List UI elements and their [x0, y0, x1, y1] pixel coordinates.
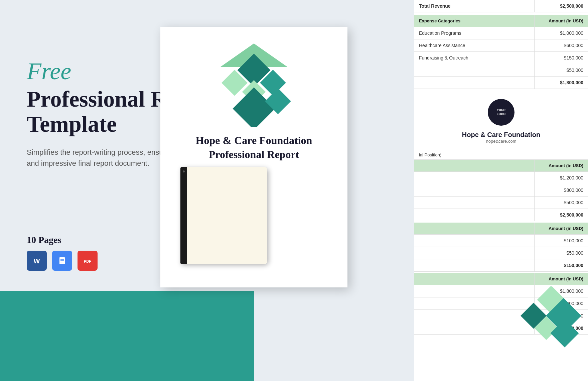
- bottom-diamonds: [518, 286, 585, 355]
- org-url: hope&care.com: [486, 139, 516, 144]
- cover-diamonds: [207, 40, 301, 127]
- fp-val-2: $800,000: [535, 184, 588, 196]
- logo-section: YOURLOGO Hope & Care Foundation hope&car…: [414, 89, 588, 150]
- education-programs-value: $1,000,000: [535, 27, 588, 39]
- org-name: Hope & Care Foundation: [462, 131, 540, 139]
- notebook-spine: [180, 167, 187, 264]
- fp-val-1: $1,200,000: [535, 172, 588, 184]
- expense-table: Expense Categories Amount (in USD) Educa…: [414, 15, 588, 89]
- education-programs-label: Education Programs: [414, 27, 535, 39]
- fundraising-label: Fundraising & Outreach: [414, 52, 535, 64]
- fp-header-value: Amount (in USD): [535, 160, 588, 171]
- docs-icon[interactable]: [52, 251, 72, 271]
- notebook-pages: [187, 167, 267, 264]
- section2-total-row: $150,000: [414, 259, 588, 272]
- bottom-teal-strip: [0, 291, 254, 381]
- section2-table: Amount (in USD) $100,000 $50,000 $150,00…: [414, 223, 588, 272]
- expense-total-label: [414, 77, 535, 89]
- expense-row-1: Education Programs $1,000,000: [414, 27, 588, 39]
- section2-header-row: Amount (in USD): [414, 223, 588, 235]
- svg-text:W: W: [34, 257, 40, 265]
- section2-header-val: Amount (in USD): [535, 223, 588, 234]
- section2-row-2: $50,000: [414, 247, 588, 259]
- page-wrapper: Free Professional Report Template Simpli…: [0, 0, 588, 381]
- cover-org-name: Hope & Care Foundation Professional Repo…: [196, 134, 312, 161]
- expense-4-value: $50,000: [535, 64, 588, 76]
- pdf-icon[interactable]: PDF: [78, 251, 98, 271]
- section2-row-1: $100,000: [414, 235, 588, 247]
- financial-position-label: ial Position): [414, 150, 588, 160]
- s2-total: $150,000: [535, 259, 588, 271]
- notebook-body: [180, 167, 267, 264]
- expense-amount-header: Amount (in USD): [535, 15, 588, 27]
- healthcare-assistance-value: $600,000: [535, 39, 588, 51]
- fp-table: Amount (in USD) $1,200,000 $800,000 $500…: [414, 160, 588, 221]
- section3-header-val: Amount (in USD): [535, 273, 588, 285]
- revenue-section: Total Revenue $2,500,000: [414, 0, 588, 12]
- healthcare-assistance-label: Healthcare Assistance: [414, 39, 535, 51]
- fp-header-row: Amount (in USD): [414, 160, 588, 172]
- fp-row-2: $800,000: [414, 184, 588, 197]
- fp-row-1: $1,200,000: [414, 172, 588, 184]
- right-document: Total Revenue $2,500,000 Expense Categor…: [414, 0, 588, 381]
- fundraising-value: $150,000: [535, 52, 588, 64]
- expense-total-row: $1,800,000: [414, 77, 588, 89]
- logo-circle: YOURLOGO: [488, 99, 514, 126]
- expense-row-3: Fundraising & Outreach $150,000: [414, 52, 588, 64]
- expense-category-header: Expense Categories: [414, 15, 535, 27]
- fp-total-row: $2,500,000: [414, 209, 588, 221]
- fp-val-3: $500,000: [535, 197, 588, 209]
- expense-row-2: Healthcare Assistance $600,000: [414, 39, 588, 52]
- expense-4-label: [414, 64, 535, 76]
- total-revenue-label: Total Revenue: [414, 0, 535, 12]
- fp-header-label: [414, 160, 535, 171]
- word-icon[interactable]: W: [27, 251, 47, 271]
- fp-total-value: $2,500,000: [535, 209, 588, 221]
- section3-area: Amount (in USD) $1,800,000 $400,000 $50,…: [414, 273, 588, 335]
- svg-text:PDF: PDF: [84, 259, 91, 263]
- total-revenue-value: $2,500,000: [535, 0, 588, 12]
- s2-val-1: $100,000: [535, 235, 588, 247]
- notebook-image: [180, 167, 267, 264]
- logo-text: YOURLOGO: [497, 108, 506, 116]
- section3-header-row: Amount (in USD): [414, 273, 588, 285]
- svg-rect-14: [233, 87, 275, 127]
- expense-row-4: $50,000: [414, 64, 588, 77]
- s2-val-2: $50,000: [535, 247, 588, 259]
- expense-header-row: Expense Categories Amount (in USD): [414, 15, 588, 27]
- expense-total-value: $1,800,000: [535, 77, 588, 89]
- total-revenue-row: Total Revenue $2,500,000: [414, 0, 588, 12]
- fp-row-3: $500,000: [414, 197, 588, 209]
